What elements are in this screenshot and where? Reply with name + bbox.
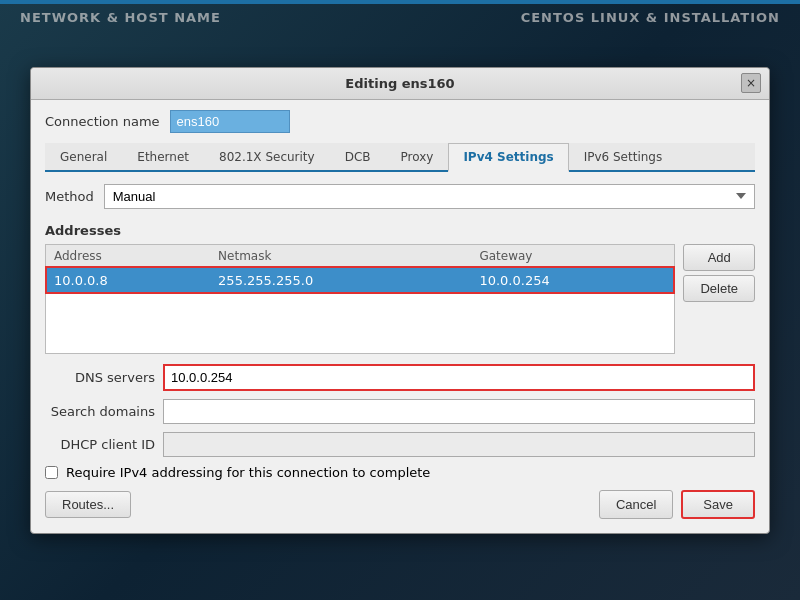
table-buttons: Add Delete: [683, 244, 755, 354]
cell-address: 10.0.0.8: [46, 267, 210, 293]
tab-proxy[interactable]: Proxy: [386, 143, 449, 170]
dhcp-label: DHCP client ID: [45, 437, 155, 452]
dialog-body: Connection name General Ethernet 802.1X …: [31, 100, 769, 533]
tab-dcb[interactable]: DCB: [330, 143, 386, 170]
bg-title-right: CENTOS LINUX & INSTALLATION: [521, 10, 780, 25]
tab-general[interactable]: General: [45, 143, 122, 170]
add-button[interactable]: Add: [683, 244, 755, 271]
tab-ipv4[interactable]: IPv4 Settings: [448, 143, 568, 172]
connection-name-label: Connection name: [45, 114, 160, 129]
bg-title-left: NETWORK & HOST NAME: [20, 10, 221, 25]
close-button[interactable]: ×: [741, 73, 761, 93]
save-button[interactable]: Save: [681, 490, 755, 519]
tab-ipv6[interactable]: IPv6 Settings: [569, 143, 678, 170]
dialog-title: Editing ens160: [345, 76, 454, 91]
require-ipv4-row: Require IPv4 addressing for this connect…: [45, 465, 755, 480]
table-row[interactable]: 10.0.0.8 255.255.255.0 10.0.0.254: [46, 267, 674, 293]
connection-name-row: Connection name: [45, 110, 755, 133]
dialog-titlebar: Editing ens160 ×: [31, 68, 769, 100]
method-label: Method: [45, 189, 94, 204]
col-netmask: Netmask: [210, 245, 471, 268]
address-table-wrapper: Address Netmask Gateway 10.0.0.8 255.255…: [45, 244, 755, 354]
blue-accent-bar: [0, 0, 800, 4]
address-table: Address Netmask Gateway 10.0.0.8 255.255…: [46, 245, 674, 353]
method-select[interactable]: ManualAutomatic (DHCP)Link-Local OnlySha…: [104, 184, 755, 209]
cell-netmask: 255.255.255.0: [210, 267, 471, 293]
dhcp-row: DHCP client ID: [45, 432, 755, 457]
require-ipv4-checkbox[interactable]: [45, 466, 58, 479]
bottom-right-buttons: Cancel Save: [599, 490, 755, 519]
search-domains-row: Search domains: [45, 399, 755, 424]
dhcp-input[interactable]: [163, 432, 755, 457]
cell-gateway: 10.0.0.254: [471, 267, 674, 293]
routes-button[interactable]: Routes...: [45, 491, 131, 518]
cancel-button[interactable]: Cancel: [599, 490, 673, 519]
dns-label: DNS servers: [45, 370, 155, 385]
delete-button[interactable]: Delete: [683, 275, 755, 302]
bottom-buttons: Routes... Cancel Save: [45, 490, 755, 519]
require-ipv4-label: Require IPv4 addressing for this connect…: [66, 465, 430, 480]
connection-name-input[interactable]: [170, 110, 290, 133]
tab-ethernet[interactable]: Ethernet: [122, 143, 204, 170]
addresses-title: Addresses: [45, 223, 755, 238]
tab-802x[interactable]: 802.1X Security: [204, 143, 330, 170]
search-domains-label: Search domains: [45, 404, 155, 419]
dns-input[interactable]: [163, 364, 755, 391]
dialog: Editing ens160 × Connection name General…: [30, 67, 770, 534]
search-domains-input[interactable]: [163, 399, 755, 424]
col-address: Address: [46, 245, 210, 268]
col-gateway: Gateway: [471, 245, 674, 268]
addresses-section: Addresses Address Netmask Gateway: [45, 223, 755, 354]
address-table-container: Address Netmask Gateway 10.0.0.8 255.255…: [45, 244, 675, 354]
method-row: Method ManualAutomatic (DHCP)Link-Local …: [45, 184, 755, 209]
tabs-row: General Ethernet 802.1X Security DCB Pro…: [45, 143, 755, 172]
dns-row: DNS servers: [45, 364, 755, 391]
